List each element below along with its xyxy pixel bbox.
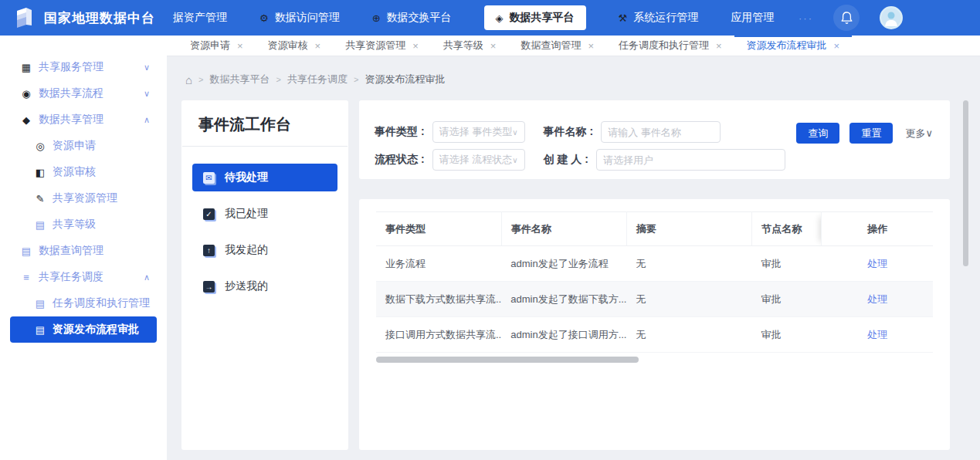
reset-button[interactable]: 重置 bbox=[849, 123, 893, 144]
chevron-up-icon: ∧ bbox=[144, 115, 150, 125]
pending-tasks-icon: ✉ bbox=[203, 172, 215, 184]
resource-review-icon: ◧ bbox=[34, 167, 46, 178]
nav-item-app-management[interactable]: 应用管理 bbox=[731, 11, 774, 25]
resource-apply-icon: ◎ bbox=[34, 140, 46, 152]
sidebar-item-shared-service-management[interactable]: ▦ 共享服务管理 ∨ bbox=[0, 54, 167, 80]
handle-link[interactable]: 处理 bbox=[867, 258, 887, 269]
flow-status-label: 流程状态 : bbox=[375, 153, 425, 167]
tab-resource-apply[interactable]: 资源申请 × bbox=[178, 36, 256, 56]
nav-item-data-exchange[interactable]: ⊕ 数据交换平台 bbox=[372, 11, 452, 25]
tab-close-icon[interactable]: × bbox=[412, 40, 419, 52]
tab-close-icon[interactable]: × bbox=[315, 40, 321, 52]
notification-bell-button[interactable] bbox=[833, 5, 860, 31]
sidebar-item-share-level[interactable]: ▤ 共享等级 bbox=[0, 211, 167, 238]
filter-actions: 查询 重置 更多∨ bbox=[796, 123, 933, 144]
nav-overflow-icon[interactable]: ··· bbox=[799, 12, 813, 24]
share-level-icon: ▤ bbox=[34, 219, 46, 231]
workbench-title: 事件流工作台 bbox=[181, 100, 348, 146]
breadcrumb-separator: > bbox=[198, 75, 203, 84]
workbench-item-processed[interactable]: ✓ 我已处理 bbox=[192, 200, 337, 228]
tab-close-icon[interactable]: × bbox=[588, 40, 594, 52]
table-header-row: 事件类型 事件名称 摘要 节点名称 操作 bbox=[376, 212, 933, 246]
cell-summary: 无 bbox=[626, 282, 751, 317]
sidebar-item-resource-apply[interactable]: ◎ 资源申请 bbox=[0, 133, 167, 159]
breadcrumb-resource-publish-approval: 资源发布流程审批 bbox=[365, 73, 445, 86]
tab-share-level[interactable]: 共享等级 × bbox=[431, 36, 509, 56]
creator-input[interactable] bbox=[596, 149, 785, 171]
logo: 国家地理数据中台 bbox=[0, 0, 173, 36]
chevron-down-icon: ∨ bbox=[144, 89, 150, 99]
nav-right-tools: ··· bbox=[799, 5, 980, 31]
data-query-management-icon: ▤ bbox=[20, 245, 32, 257]
col-event-type: 事件类型 bbox=[376, 212, 501, 246]
handle-link[interactable]: 处理 bbox=[867, 293, 887, 305]
breadcrumb-separator: > bbox=[276, 75, 281, 84]
home-icon[interactable]: ⌂ bbox=[185, 74, 192, 86]
tab-close-icon[interactable]: × bbox=[716, 40, 722, 52]
workbench-item-initiated[interactable]: ↑ 我发起的 bbox=[192, 236, 337, 264]
breadcrumb-separator: > bbox=[354, 75, 358, 84]
tab-data-query-management[interactable]: 数据查询管理 × bbox=[508, 36, 606, 56]
data-share-icon: ◈ bbox=[496, 12, 504, 24]
cell-event-type: 数据下载方式数据共享流... bbox=[376, 282, 501, 317]
cell-event-name: admin发起了业务流程 bbox=[501, 246, 626, 282]
tab-resource-publish-approval[interactable]: 资源发布流程审批 × bbox=[734, 36, 853, 56]
workbench-item-pending[interactable]: ✉ 待我处理 bbox=[192, 164, 337, 191]
filter-panel: 事件类型 : 请选择 事件类型 ∨ 事件名称 : 流程状态 : bbox=[359, 100, 950, 179]
user-avatar[interactable] bbox=[880, 6, 903, 29]
data-access-icon: ⚙ bbox=[259, 12, 269, 24]
tab-resource-review[interactable]: 资源审核 × bbox=[256, 36, 334, 56]
cc-tasks-icon: → bbox=[203, 281, 215, 293]
more-filters-toggle[interactable]: 更多∨ bbox=[905, 127, 933, 140]
tab-close-icon[interactable]: × bbox=[237, 40, 243, 52]
sidebar-item-resource-review[interactable]: ◧ 资源审核 bbox=[0, 159, 167, 185]
sidebar-item-shared-resource-management[interactable]: ✎ 共享资源管理 bbox=[0, 185, 167, 211]
data-share-management-icon: ◆ bbox=[20, 114, 32, 126]
vertical-scrollbar[interactable] bbox=[963, 100, 968, 266]
breadcrumb-shared-task-scheduling[interactable]: 共享任务调度 bbox=[287, 73, 348, 86]
nav-item-data-share[interactable]: ◈ 数据共享平台 bbox=[484, 5, 586, 30]
shared-resource-management-icon: ✎ bbox=[34, 193, 46, 205]
event-name-input[interactable] bbox=[601, 121, 721, 143]
tab-task-scheduling[interactable]: 任务调度和执行管理 × bbox=[606, 36, 734, 56]
table-row: 业务流程 admin发起了业务流程 无 审批 处理 bbox=[376, 246, 933, 282]
tab-shared-resource-management[interactable]: 共享资源管理 × bbox=[333, 36, 431, 56]
sidebar-item-data-share-flow[interactable]: ◉ 数据共享流程 ∨ bbox=[0, 80, 167, 107]
main-content: ⌂ > 数据共享平台 > 共享任务调度 > 资源发布流程审批 事件流工作台 ✉ … bbox=[167, 56, 980, 460]
nav-item-data-access[interactable]: ⚙ 数据访问管理 bbox=[259, 11, 340, 25]
filter-flow-status: 流程状态 : 请选择 流程状态 ∨ bbox=[375, 149, 525, 171]
flow-status-select[interactable]: 请选择 流程状态 ∨ bbox=[432, 149, 525, 171]
shared-service-icon: ▦ bbox=[20, 62, 32, 73]
col-actions: 操作 bbox=[822, 212, 933, 246]
search-button[interactable]: 查询 bbox=[796, 123, 839, 144]
shared-task-scheduling-icon: ≡ bbox=[20, 272, 32, 283]
tab-close-icon[interactable]: × bbox=[490, 40, 497, 52]
breadcrumb-data-share-platform[interactable]: 数据共享平台 bbox=[210, 73, 270, 86]
col-event-name: 事件名称 bbox=[501, 212, 626, 246]
workbench-item-cc-to-me[interactable]: → 抄送我的 bbox=[192, 272, 337, 300]
sidebar-item-resource-publish-approval[interactable]: ▤ 资源发布流程审批 bbox=[10, 316, 157, 343]
chevron-down-icon: ∨ bbox=[512, 156, 517, 164]
initiated-tasks-icon: ↑ bbox=[203, 245, 215, 256]
cell-summary: 无 bbox=[626, 317, 751, 353]
workbench-menu: ✉ 待我处理 ✓ 我已处理 ↑ 我发起的 → 抄送我的 bbox=[181, 147, 348, 300]
cell-event-type: 业务流程 bbox=[376, 246, 501, 282]
open-tabs-bar: 资源申请 × 资源审核 × 共享资源管理 × 共享等级 × 数据查询管理 × 任… bbox=[167, 36, 980, 56]
chevron-up-icon: ∧ bbox=[144, 272, 150, 282]
tab-close-icon[interactable]: × bbox=[834, 40, 840, 52]
horizontal-scrollbar[interactable] bbox=[376, 357, 639, 363]
nav-item-data-asset[interactable]: 据资产管理 bbox=[173, 11, 227, 25]
app-title: 国家地理数据中台 bbox=[44, 9, 155, 27]
cell-event-name: admin发起了接口调用方... bbox=[501, 317, 626, 353]
event-name-label: 事件名称 : bbox=[544, 125, 594, 139]
sidebar-item-data-share-management[interactable]: ◆ 数据共享管理 ∧ bbox=[0, 107, 167, 133]
event-type-label: 事件类型 : bbox=[375, 125, 425, 139]
sidebar-item-task-schedule-exec-management[interactable]: ▤ 任务调度和执行管理 bbox=[0, 290, 167, 316]
handle-link[interactable]: 处理 bbox=[867, 329, 887, 340]
cell-node-name: 审批 bbox=[752, 317, 822, 353]
sidebar-item-shared-task-scheduling[interactable]: ≡ 共享任务调度 ∧ bbox=[0, 264, 167, 290]
sidebar-item-data-query-management[interactable]: ▤ 数据查询管理 bbox=[0, 238, 167, 264]
nav-item-system-ops[interactable]: ⚒ 系统运行管理 bbox=[619, 11, 699, 25]
filter-event-name: 事件名称 : bbox=[544, 121, 721, 143]
event-type-select[interactable]: 请选择 事件类型 ∨ bbox=[432, 121, 525, 143]
